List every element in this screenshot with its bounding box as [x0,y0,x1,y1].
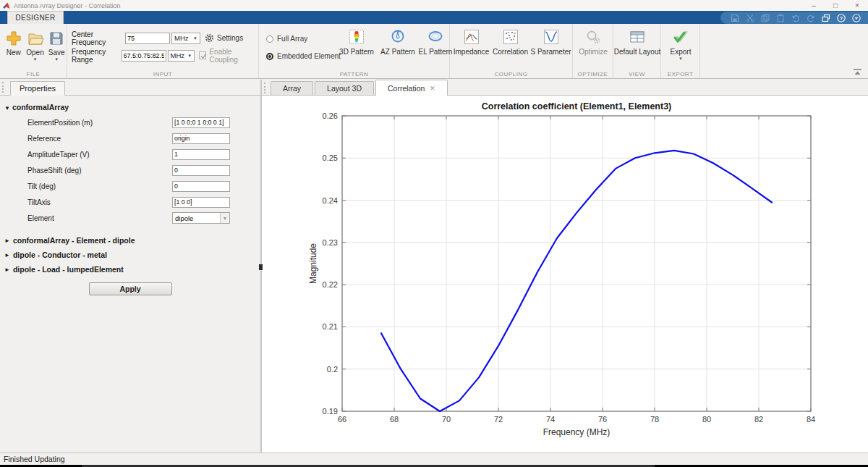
splitter-drag-handle[interactable] [259,264,263,270]
panel-drag-handle[interactable] [2,82,4,93]
optimize-label: Optimize [579,48,607,56]
close-button[interactable]: × [846,0,868,11]
ribbon-section-pattern: Full Array Embedded Element 3D Pattern [259,24,450,78]
s-parameter-button[interactable]: S Parameter [529,24,572,56]
save-icon[interactable] [731,14,739,22]
save-label: Save [48,49,65,56]
input-section-label: INPUT [67,71,258,77]
center-frequency-label: Center Frequency [72,30,125,46]
default-layout-button[interactable]: Default Layout [613,24,661,56]
enable-coupling-checkbox[interactable]: Enable Coupling [199,48,258,64]
optimize-button[interactable]: Optimize [573,24,613,56]
full-array-radio[interactable]: Full Array [266,35,341,43]
center-frequency-unit-select[interactable]: MHz ▼ [171,33,200,44]
az-pattern-icon [390,29,406,45]
optimize-section-label: OPTIMIZE [573,71,613,77]
export-dropdown-arrow[interactable]: ▼ [678,56,683,61]
el-pattern-icon [427,29,444,45]
correlation-button[interactable]: Correlation [491,24,529,56]
group-header-conformal-array[interactable]: ▼conformalArray [4,103,260,112]
az-pattern-label: AZ Pattern [380,48,415,56]
undo-icon[interactable] [791,14,800,22]
settings-label: Settings [217,34,243,42]
radio-unselected-icon [266,35,273,43]
tab-correlation[interactable]: Correlation✕ [375,80,448,96]
cut-icon[interactable] [746,14,754,22]
full-array-label: Full Array [277,35,307,43]
resources-menu-icon[interactable] [852,14,861,22]
property-input-1[interactable] [172,133,230,144]
help-icon[interactable]: ? [837,14,846,22]
tabbar-drag-handle[interactable] [264,83,265,93]
y-tick-label: 0.23 [323,238,338,247]
new-button[interactable]: New [4,30,24,62]
ribbon-section-file: New Open ▼ Save ▼ FILE [0,24,67,78]
y-tick-label: 0.25 [323,153,338,162]
frequency-range-unit-select[interactable]: MHz ▼ [168,50,195,62]
collapsed-section-label: dipole - Conductor - metal [13,251,107,259]
window-layout-icon[interactable] [822,14,830,22]
x-axis-label: Frequency (MHz) [543,427,610,437]
embedded-element-radio[interactable]: Embedded Element [266,52,341,60]
el-pattern-button[interactable]: EL Pattern [418,24,453,56]
chevron-down-icon: ▼ [187,54,192,58]
view-section-label: VIEW [613,71,660,77]
frequency-range-input[interactable] [122,50,166,62]
redo-icon[interactable] [807,14,815,22]
radio-selected-icon [266,53,273,60]
restore-button[interactable]: □ [825,0,846,11]
tab-array[interactable]: Array [271,81,313,95]
property-row: Tilt (deg) [0,178,260,194]
chevron-down-icon: ▼ [193,36,197,41]
copy-icon[interactable] [761,14,770,22]
figure-area: ArrayLayout 3DCorrelation✕ 6668707274767… [262,80,868,453]
correlation-icon [503,29,519,45]
property-input-0[interactable] [172,117,230,128]
property-row: TiltAxis [0,194,260,210]
collapsed-section-label: conformalArray - Element - dipole [13,236,135,245]
property-input-5[interactable] [172,197,230,208]
minimize-button[interactable]: – [803,0,825,11]
close-tab-icon[interactable]: ✕ [430,85,435,92]
collapsed-section-header[interactable]: ►dipole - Load - lumpedElement [4,262,260,277]
open-folder-icon [27,30,43,46]
tab-label: Layout 3D [327,84,362,93]
3d-pattern-button[interactable]: 3D Pattern [336,24,378,56]
ribbon-section-coupling: Impedance Correlation S Parameter COUPLI… [450,24,573,78]
property-label: ElementPosition (m) [27,119,172,127]
open-dropdown-arrow[interactable]: ▼ [33,57,38,62]
settings-button[interactable]: Settings [205,33,243,43]
collapse-ribbon-button[interactable] [853,68,862,75]
tab-designer[interactable]: DESIGNER [7,11,64,24]
collapsed-sections: ►conformalArray - Element - dipole►dipol… [0,233,260,277]
tab-properties[interactable]: Properties [10,81,65,96]
title-bar: Antenna Array Designer - Correlation – □… [0,0,868,11]
x-tick-label: 72 [494,415,503,424]
collapsed-section-header[interactable]: ►conformalArray - Element - dipole [4,233,260,248]
group-header-label: conformalArray [12,103,69,112]
tab-layout-3d[interactable]: Layout 3D [315,81,374,95]
save-button[interactable]: Save ▼ [46,30,67,62]
document-tab-bar: ArrayLayout 3DCorrelation✕ [262,80,868,96]
property-select-6[interactable]: dipole▼ [172,212,230,224]
az-pattern-button[interactable]: AZ Pattern [378,24,418,56]
property-input-4[interactable] [172,181,230,192]
export-label: Export [671,48,692,56]
property-input-2[interactable] [172,149,230,160]
open-button[interactable]: Open ▼ [25,30,46,62]
impedance-label: Impedance [454,48,489,56]
paste-icon[interactable] [776,14,785,22]
frequency-range-label: Frequency Range [72,48,122,64]
checkbox-checked-icon [199,51,206,59]
impedance-button[interactable]: Impedance [451,24,491,56]
export-button[interactable]: Export ▼ [661,24,700,61]
property-input-3[interactable] [172,165,230,176]
save-dropdown-arrow[interactable]: ▼ [54,57,59,62]
collapsed-section-header[interactable]: ►dipole - Conductor - metal [4,248,260,262]
triangle-expanded-icon: ▼ [4,105,10,112]
center-frequency-input[interactable] [125,33,170,44]
apply-button[interactable]: Apply [89,282,172,295]
pattern-section-label: PATTERN [259,71,449,77]
select-value: dipole [173,214,220,222]
x-tick-label: 74 [546,415,555,424]
